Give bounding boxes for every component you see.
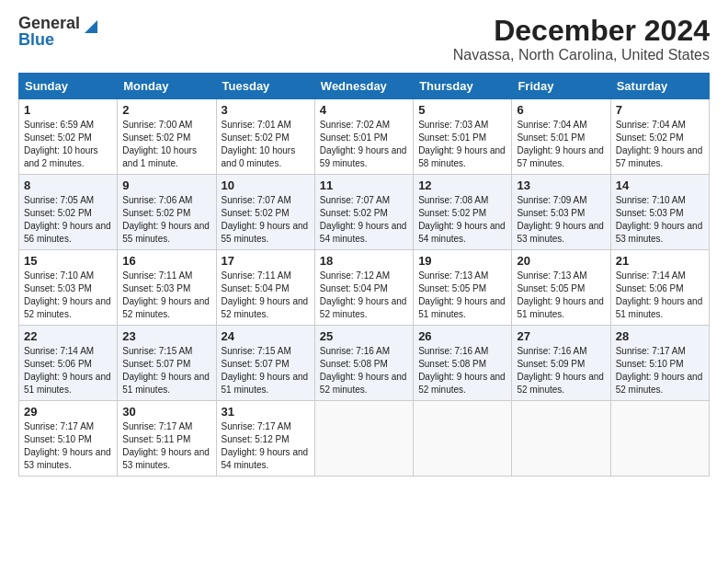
- calendar-cell: 5Sunrise: 7:03 AMSunset: 5:01 PMDaylight…: [414, 99, 512, 175]
- calendar-cell: 31Sunrise: 7:17 AMSunset: 5:12 PMDayligh…: [216, 401, 314, 477]
- logo: General Blue: [18, 15, 97, 50]
- calendar-cell: 19Sunrise: 7:13 AMSunset: 5:05 PMDayligh…: [414, 250, 512, 326]
- calendar: SundayMondayTuesdayWednesdayThursdayFrid…: [18, 73, 710, 477]
- title-block: December 2024 Navassa, North Carolina, U…: [453, 15, 710, 63]
- day-info: Sunrise: 7:07 AMSunset: 5:02 PMDaylight:…: [222, 194, 310, 246]
- day-info: Sunrise: 7:14 AMSunset: 5:06 PMDaylight:…: [616, 270, 704, 321]
- calendar-cell: 4Sunrise: 7:02 AMSunset: 5:01 PMDaylight…: [314, 99, 413, 175]
- calendar-cell: 20Sunrise: 7:13 AMSunset: 5:05 PMDayligh…: [512, 250, 610, 326]
- calendar-cell: 6Sunrise: 7:04 AMSunset: 5:01 PMDaylight…: [512, 99, 610, 175]
- weekday-header: Monday: [118, 74, 216, 99]
- day-number: 4: [320, 103, 408, 117]
- day-info: Sunrise: 7:04 AMSunset: 5:02 PMDaylight:…: [616, 119, 704, 170]
- calendar-cell: 23Sunrise: 7:15 AMSunset: 5:07 PMDayligh…: [118, 326, 216, 401]
- day-number: 12: [418, 178, 506, 192]
- weekday-header: Tuesday: [216, 74, 314, 99]
- calendar-cell: 18Sunrise: 7:12 AMSunset: 5:04 PMDayligh…: [314, 250, 413, 326]
- day-number: 28: [616, 329, 704, 343]
- day-number: 21: [616, 254, 704, 268]
- calendar-week-row: 1Sunrise: 6:59 AMSunset: 5:02 PMDaylight…: [19, 99, 710, 175]
- calendar-cell: 21Sunrise: 7:14 AMSunset: 5:06 PMDayligh…: [610, 250, 709, 326]
- day-info: Sunrise: 7:10 AMSunset: 5:03 PMDaylight:…: [24, 270, 112, 321]
- day-number: 10: [222, 178, 310, 192]
- day-number: 19: [418, 254, 506, 268]
- day-info: Sunrise: 7:09 AMSunset: 5:03 PMDaylight:…: [517, 194, 605, 246]
- day-number: 3: [222, 103, 310, 117]
- day-info: Sunrise: 6:59 AMSunset: 5:02 PMDaylight:…: [24, 119, 112, 170]
- day-number: 17: [222, 254, 310, 268]
- calendar-cell: 2Sunrise: 7:00 AMSunset: 5:02 PMDaylight…: [118, 99, 216, 175]
- calendar-cell: 27Sunrise: 7:16 AMSunset: 5:09 PMDayligh…: [512, 326, 610, 401]
- page-title: December 2024: [453, 15, 710, 47]
- calendar-cell: 16Sunrise: 7:11 AMSunset: 5:03 PMDayligh…: [118, 250, 216, 326]
- calendar-cell: 17Sunrise: 7:11 AMSunset: 5:04 PMDayligh…: [216, 250, 314, 326]
- logo-blue: Blue: [18, 31, 54, 50]
- day-info: Sunrise: 7:17 AMSunset: 5:11 PMDaylight:…: [122, 420, 210, 472]
- day-info: Sunrise: 7:17 AMSunset: 5:10 PMDaylight:…: [24, 420, 112, 472]
- calendar-cell: 30Sunrise: 7:17 AMSunset: 5:11 PMDayligh…: [118, 401, 216, 477]
- header: General Blue December 2024 Navassa, Nort…: [18, 15, 710, 63]
- calendar-week-row: 22Sunrise: 7:14 AMSunset: 5:06 PMDayligh…: [19, 326, 710, 401]
- weekday-header: Thursday: [414, 74, 512, 99]
- day-info: Sunrise: 7:14 AMSunset: 5:06 PMDaylight:…: [24, 345, 112, 396]
- calendar-cell: [414, 401, 512, 477]
- calendar-cell: 14Sunrise: 7:10 AMSunset: 5:03 PMDayligh…: [610, 175, 709, 250]
- day-number: 23: [122, 329, 210, 343]
- calendar-cell: [512, 401, 610, 477]
- day-number: 2: [122, 103, 210, 117]
- calendar-cell: 25Sunrise: 7:16 AMSunset: 5:08 PMDayligh…: [314, 326, 413, 401]
- day-info: Sunrise: 7:11 AMSunset: 5:03 PMDaylight:…: [122, 270, 210, 321]
- calendar-cell: 28Sunrise: 7:17 AMSunset: 5:10 PMDayligh…: [610, 326, 709, 401]
- day-info: Sunrise: 7:06 AMSunset: 5:02 PMDaylight:…: [122, 194, 210, 246]
- calendar-cell: [610, 401, 709, 477]
- calendar-cell: 15Sunrise: 7:10 AMSunset: 5:03 PMDayligh…: [19, 250, 118, 326]
- day-info: Sunrise: 7:00 AMSunset: 5:02 PMDaylight:…: [122, 119, 210, 170]
- day-number: 22: [24, 329, 112, 343]
- day-info: Sunrise: 7:13 AMSunset: 5:05 PMDaylight:…: [418, 270, 506, 321]
- day-number: 25: [320, 329, 408, 343]
- calendar-cell: 24Sunrise: 7:15 AMSunset: 5:07 PMDayligh…: [216, 326, 314, 401]
- weekday-header: Saturday: [610, 74, 709, 99]
- day-info: Sunrise: 7:16 AMSunset: 5:08 PMDaylight:…: [418, 345, 506, 396]
- day-number: 27: [517, 329, 605, 343]
- day-number: 30: [122, 405, 210, 419]
- day-info: Sunrise: 7:17 AMSunset: 5:10 PMDaylight:…: [616, 345, 704, 396]
- svg-marker-0: [85, 20, 97, 33]
- calendar-cell: [314, 401, 413, 477]
- calendar-cell: 8Sunrise: 7:05 AMSunset: 5:02 PMDaylight…: [19, 175, 118, 250]
- day-info: Sunrise: 7:04 AMSunset: 5:01 PMDaylight:…: [517, 119, 605, 170]
- calendar-week-row: 29Sunrise: 7:17 AMSunset: 5:10 PMDayligh…: [19, 401, 710, 477]
- calendar-cell: 7Sunrise: 7:04 AMSunset: 5:02 PMDaylight…: [610, 99, 709, 175]
- calendar-cell: 29Sunrise: 7:17 AMSunset: 5:10 PMDayligh…: [19, 401, 118, 477]
- day-number: 26: [418, 329, 506, 343]
- day-info: Sunrise: 7:15 AMSunset: 5:07 PMDaylight:…: [222, 345, 310, 396]
- day-number: 20: [517, 254, 605, 268]
- day-number: 9: [122, 178, 210, 192]
- day-number: 31: [222, 405, 310, 419]
- calendar-cell: 3Sunrise: 7:01 AMSunset: 5:02 PMDaylight…: [216, 99, 314, 175]
- day-number: 8: [24, 178, 112, 192]
- day-number: 29: [24, 405, 112, 419]
- day-info: Sunrise: 7:17 AMSunset: 5:12 PMDaylight:…: [222, 420, 310, 472]
- day-number: 16: [122, 254, 210, 268]
- day-number: 11: [320, 178, 408, 192]
- day-info: Sunrise: 7:16 AMSunset: 5:09 PMDaylight:…: [517, 345, 605, 396]
- calendar-cell: 22Sunrise: 7:14 AMSunset: 5:06 PMDayligh…: [19, 326, 118, 401]
- calendar-week-row: 8Sunrise: 7:05 AMSunset: 5:02 PMDaylight…: [19, 175, 710, 250]
- day-number: 1: [24, 103, 112, 117]
- day-info: Sunrise: 7:13 AMSunset: 5:05 PMDaylight:…: [517, 270, 605, 321]
- day-info: Sunrise: 7:15 AMSunset: 5:07 PMDaylight:…: [122, 345, 210, 396]
- day-info: Sunrise: 7:12 AMSunset: 5:04 PMDaylight:…: [320, 270, 408, 321]
- calendar-cell: 26Sunrise: 7:16 AMSunset: 5:08 PMDayligh…: [414, 326, 512, 401]
- day-info: Sunrise: 7:01 AMSunset: 5:02 PMDaylight:…: [222, 119, 310, 170]
- day-info: Sunrise: 7:11 AMSunset: 5:04 PMDaylight:…: [222, 270, 310, 321]
- calendar-cell: 11Sunrise: 7:07 AMSunset: 5:02 PMDayligh…: [314, 175, 413, 250]
- logo-icon: [81, 17, 97, 33]
- page-subtitle: Navassa, North Carolina, United States: [453, 47, 710, 63]
- calendar-cell: 9Sunrise: 7:06 AMSunset: 5:02 PMDaylight…: [118, 175, 216, 250]
- day-info: Sunrise: 7:10 AMSunset: 5:03 PMDaylight:…: [616, 194, 704, 246]
- weekday-header: Sunday: [19, 74, 118, 99]
- day-info: Sunrise: 7:03 AMSunset: 5:01 PMDaylight:…: [418, 119, 506, 170]
- calendar-cell: 12Sunrise: 7:08 AMSunset: 5:02 PMDayligh…: [414, 175, 512, 250]
- weekday-header: Friday: [512, 74, 610, 99]
